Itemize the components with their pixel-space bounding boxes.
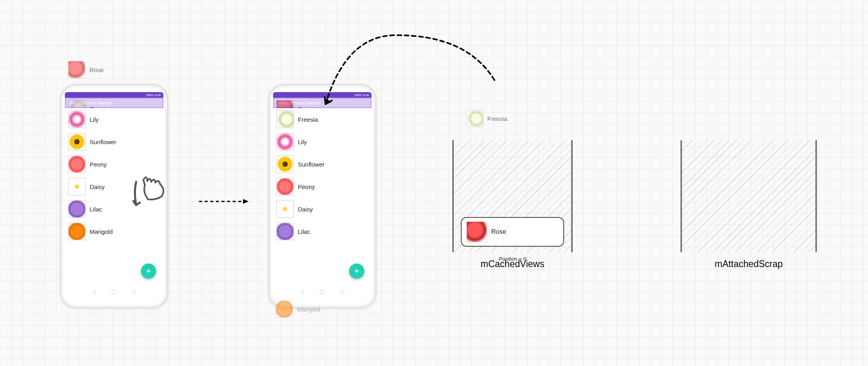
status-text: 100% 14:46: [146, 94, 161, 97]
list-item-label: Freesia: [487, 115, 507, 122]
fab-button[interactable]: +: [141, 263, 156, 279]
nav-home-icon[interactable]: ◯: [319, 290, 324, 295]
list-item-label: Lily: [90, 116, 99, 123]
flower-thumb-icon: [68, 200, 86, 218]
nav-recent-icon[interactable]: ▢: [132, 290, 136, 295]
list-item[interactable]: Daisy: [273, 198, 372, 220]
list-item[interactable]: Peony: [65, 153, 163, 175]
list-item-label: Rose: [90, 66, 104, 73]
list-item[interactable]: Peony: [273, 175, 372, 198]
flower-thumb-icon: [68, 133, 86, 151]
flower-thumb-icon: [276, 200, 294, 218]
flower-thumb-icon: [275, 300, 293, 318]
nav-buttons: ◁ ◯ ▢: [273, 290, 372, 295]
nav-buttons: ◁ ◯ ▢: [65, 290, 163, 295]
flower-thumb-icon: [68, 178, 86, 195]
list-item-label: Daisy: [90, 183, 105, 190]
cache-slot-area: [681, 140, 817, 252]
list-item[interactable]: Marigold: [65, 220, 163, 243]
flower-thumb-icon: [276, 133, 294, 151]
list-item-label: Lily: [298, 139, 307, 145]
list-item-label: Freesia: [298, 116, 318, 123]
freesia-entering-cache: Freesia: [466, 110, 507, 127]
flower-thumb-icon: [276, 178, 294, 195]
list-item-label: Marigold: [90, 228, 113, 235]
list-item-label: Sunflower: [298, 161, 325, 168]
list-item-label: Marigold: [297, 306, 320, 313]
flower-thumb-icon: [68, 111, 86, 128]
nav-recent-icon[interactable]: ▢: [340, 290, 344, 295]
flower-thumb-icon: [68, 155, 86, 173]
list-item-scrolled-out-bottom: Marigold: [272, 298, 352, 320]
list-item[interactable]: Lily: [273, 131, 372, 153]
recycler-list[interactable]: Rose Freesia Lily Sunflower Peony Daisy …: [273, 108, 372, 243]
status-bar: 100% 14:46: [65, 92, 163, 98]
flower-thumb-icon: [276, 155, 294, 173]
nav-home-icon[interactable]: ◯: [111, 290, 116, 295]
nav-back-icon[interactable]: ◁: [300, 290, 303, 295]
flower-thumb-icon: [466, 110, 483, 127]
nav-back-icon[interactable]: ◁: [92, 290, 95, 295]
list-item[interactable]: Sunflower: [273, 153, 372, 175]
list-item-label: Sunflower: [90, 139, 117, 145]
flower-thumb-icon: [276, 111, 294, 128]
flower-thumb-icon: [466, 221, 487, 242]
list-item-label: Peony: [90, 161, 107, 168]
list-item-scrolled-out: Rose: [65, 58, 137, 81]
list-item-label: Lilac: [298, 228, 310, 235]
cached-viewholder-card: Rose: [461, 217, 564, 247]
mattachedscrap-container: mAttachedScrap: [681, 140, 817, 252]
phone-screen: 100% 14:46 RecyclerView Sample Rose Free…: [273, 92, 372, 296]
mcachedviews-container: Rose Position = 0 mCachedViews: [452, 140, 573, 252]
flower-thumb-icon: [276, 223, 294, 240]
list-item-label: Lilac: [90, 206, 102, 213]
transition-arrow-icon: [198, 197, 250, 205]
list-item[interactable]: Sunflower: [65, 131, 163, 153]
list-item-label: Peony: [298, 183, 315, 190]
flower-thumb-icon: [68, 61, 86, 78]
recycle-arrow-icon: [322, 32, 498, 112]
list-item[interactable]: Lilac: [273, 220, 372, 243]
mattachedscrap-title: mAttachedScrap: [681, 259, 817, 269]
cache-slot-area: Rose Position = 0: [452, 140, 573, 252]
cached-card-label: Rose: [491, 228, 506, 235]
list-item-label: Daisy: [298, 206, 313, 213]
list-item[interactable]: Lily: [65, 108, 163, 131]
position-label: Position = 0: [454, 256, 571, 262]
plus-icon: +: [146, 266, 151, 276]
recycler-list[interactable]: Freesia Lily Sunflower Peony Daisy Lilac…: [65, 108, 163, 243]
swipe-down-gesture-icon: [127, 176, 167, 220]
fab-button[interactable]: +: [349, 263, 364, 279]
phone-after: 100% 14:46 RecyclerView Sample Rose Free…: [268, 84, 376, 308]
flower-thumb-icon: [68, 223, 86, 240]
plus-icon: +: [354, 266, 360, 276]
